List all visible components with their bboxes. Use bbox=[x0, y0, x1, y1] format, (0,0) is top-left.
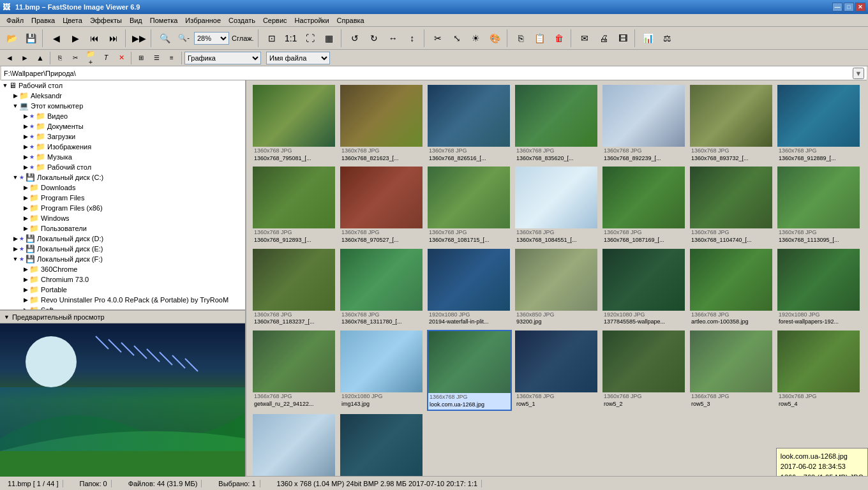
menu-item-правка[interactable]: Правка bbox=[27, 15, 59, 26]
prev-button[interactable]: ◀ bbox=[47, 29, 65, 47]
view-thumbs-button[interactable]: ⊞ bbox=[134, 51, 148, 65]
thumbnail-item[interactable]: 868x490 JPG1360x768_912893_[... bbox=[252, 166, 337, 245]
preview-header[interactable]: ▼ Предварительный просмотр bbox=[0, 311, 245, 323]
tree-item-21[interactable]: ▶📁Revo Uninstaller Pro 4.0.0 RePack (& P… bbox=[0, 295, 245, 305]
view-list-button[interactable]: ☰ bbox=[149, 51, 163, 65]
nav-up-button[interactable]: ▲ bbox=[33, 51, 47, 65]
nav-forward-button[interactable]: ► bbox=[18, 51, 32, 65]
thumbnail-item[interactable]: 868x490 JPG1360x768_892239_[... bbox=[602, 84, 687, 163]
tree-item-13[interactable]: ▶📁Windows bbox=[0, 213, 245, 223]
menu-item-пометка[interactable]: Пометка bbox=[146, 15, 182, 26]
thumbnail-item[interactable]: 868x490 JPG1360x768_1311780_[... bbox=[340, 248, 424, 327]
thumbnail-item[interactable]: 1366x768 JPGrow5_3 bbox=[689, 330, 774, 410]
thumbnail-item[interactable]: 868x490 JPG1360x768_970527_[... bbox=[340, 166, 424, 245]
tree-item-15[interactable]: ▶★💾Локальный диск (D:) bbox=[0, 234, 245, 244]
menu-item-файл[interactable]: Файл bbox=[3, 15, 27, 26]
print-button[interactable]: 🖨 bbox=[595, 29, 613, 47]
tree-item-6[interactable]: ▶★📁Изображения bbox=[0, 142, 245, 152]
resize-button[interactable]: ⤡ bbox=[448, 29, 466, 47]
thumbnail-item[interactable]: 1366x768 JPGgetwall_ru_22_94122... bbox=[252, 330, 337, 410]
tree-item-10[interactable]: ▶📁Downloads bbox=[0, 182, 245, 193]
flip-h-button[interactable]: ↔ bbox=[384, 29, 402, 47]
tree-item-5[interactable]: ▶★📁Загрузки bbox=[0, 131, 245, 142]
view-details-button[interactable]: ≡ bbox=[165, 51, 179, 65]
close-button[interactable]: ✕ bbox=[855, 3, 865, 11]
thumbnail-item[interactable]: 1920x1080 JPGforest-wallpapers-192... bbox=[777, 248, 862, 327]
last-button[interactable]: ⏭ bbox=[105, 29, 123, 47]
right-panel[interactable]: 868x490 JPG1360x768_795081_[...1360x768… bbox=[248, 80, 868, 476]
thumbnail-item[interactable]: 868x490 JPGrow5_4 bbox=[777, 330, 862, 410]
thumbnail-item[interactable]: 868x490 JPG1360x768_1104740_[... bbox=[689, 166, 774, 245]
menu-item-настройки[interactable]: Настройки bbox=[291, 15, 333, 26]
thumbnail-item[interactable]: 868x490 JPG1360x768_912889_[... bbox=[777, 84, 862, 163]
fit-window-button[interactable]: ⊡ bbox=[263, 29, 281, 47]
thumbnail-item[interactable]: 868x490 JPG1360x768_1183237_[... bbox=[252, 248, 337, 327]
tree-item-12[interactable]: ▶📁Program Files (x86) bbox=[0, 203, 245, 213]
thumbnail-item[interactable]: 1366x768 JPGartleo.com-100358.jpg bbox=[689, 248, 774, 327]
thumbnail-item[interactable]: 868x490 JPG1360x768_1081715_[... bbox=[427, 166, 512, 245]
menu-item-вид[interactable]: Вид bbox=[126, 15, 146, 26]
thumbnail-item[interactable]: 868x490 JPG1360x768_1087169_[... bbox=[602, 166, 687, 245]
flip-v-button[interactable]: ↕ bbox=[403, 29, 421, 47]
tree-item-8[interactable]: ▶★📁Рабочий стол bbox=[0, 162, 245, 172]
tree-item-4[interactable]: ▶★📁Документы bbox=[0, 121, 245, 131]
delete-file-button[interactable]: 🗑 bbox=[550, 29, 568, 47]
paste-button[interactable]: 📋 bbox=[531, 29, 549, 47]
first-button[interactable]: ⏮ bbox=[86, 29, 103, 47]
tree-item-14[interactable]: ▶📁Пользователи bbox=[0, 223, 245, 234]
thumbnail-item[interactable]: 868x490 JPG1360x768_795081_[... bbox=[252, 84, 337, 163]
tree-item-19[interactable]: ▶📁Chromium 73.0 bbox=[0, 274, 245, 285]
next-button[interactable]: ▶ bbox=[66, 29, 84, 47]
path-input[interactable] bbox=[4, 70, 853, 77]
tree-item-17[interactable]: ▼★💾Локальный диск (F:) bbox=[0, 254, 245, 264]
tree-item-20[interactable]: ▶📁Portable bbox=[0, 285, 245, 295]
nav-move-button[interactable]: ✂ bbox=[68, 51, 82, 65]
menu-item-сервис[interactable]: Сервис bbox=[259, 15, 291, 26]
compare-button[interactable]: ⚖ bbox=[659, 29, 677, 47]
multipage-button[interactable]: ▦ bbox=[320, 29, 338, 47]
thumbnail-item[interactable]: 868x490 JPG1360x768_826516_[... bbox=[427, 84, 512, 163]
slideshow2-button[interactable]: 🎞 bbox=[614, 29, 632, 47]
menu-item-цвета[interactable]: Цвета bbox=[59, 15, 86, 26]
color-button[interactable]: 🎨 bbox=[486, 29, 504, 47]
thumbnail-item[interactable]: 1366x768 JPGlook.com.ua-1268.jpg bbox=[427, 330, 512, 410]
thumbnail-item[interactable]: 868x490 JPGrow5_2 bbox=[602, 330, 687, 410]
nav-delete-button[interactable]: ✕ bbox=[114, 51, 128, 65]
tree-item-16[interactable]: ▶★💾Локальный диск (E:) bbox=[0, 244, 245, 254]
copy-button[interactable]: ⎘ bbox=[512, 29, 530, 47]
thumbnail-item[interactable]: 868x490 JPG1360x768_1113095_[... bbox=[777, 166, 862, 245]
rotate-left-button[interactable]: ↺ bbox=[346, 29, 364, 47]
menu-item-эффекты[interactable]: Эффекты bbox=[86, 15, 126, 26]
rotate-right-button[interactable]: ↻ bbox=[365, 29, 383, 47]
actual-size-button[interactable]: 1:1 bbox=[282, 29, 300, 47]
thumbnail-item[interactable]: 868x490 JPG1360x768_1084551_[... bbox=[514, 166, 599, 245]
tree-item-11[interactable]: ▶📁Program Files bbox=[0, 193, 245, 203]
menu-item-избранное[interactable]: Избранное bbox=[181, 15, 225, 26]
brightness-button[interactable]: ☀ bbox=[467, 29, 485, 47]
thumbnail-item[interactable]: 1920x1080 JPG1377845585-wallpape... bbox=[602, 248, 687, 327]
filter-select[interactable]: Графика Все файлы bbox=[184, 52, 261, 64]
sort-select[interactable]: Имя файла Дата Размер bbox=[266, 52, 330, 64]
path-clear-button[interactable]: ▼ bbox=[853, 68, 864, 79]
tree-item-0[interactable]: ▼🖥Рабочий стол bbox=[0, 80, 245, 91]
maximize-button[interactable]: □ bbox=[844, 3, 854, 11]
save-button[interactable]: 💾 bbox=[22, 29, 40, 47]
file-tree[interactable]: ▼🖥Рабочий стол▶📁Aleksandr▼💻Этот компьюте… bbox=[0, 80, 245, 310]
tree-item-9[interactable]: ▼★💾Локальный диск (C:) bbox=[0, 172, 245, 182]
thumbnail-item[interactable]: 868x490 JPG1360x768_893732_[... bbox=[689, 84, 774, 163]
open-button[interactable]: 📂 bbox=[3, 29, 20, 47]
email-button[interactable]: ✉ bbox=[576, 29, 594, 47]
minimize-button[interactable]: — bbox=[832, 3, 842, 11]
slideshow-button[interactable]: ▶▶ bbox=[130, 29, 148, 47]
tree-item-2[interactable]: ▼💻Этот компьютер bbox=[0, 101, 245, 111]
zoom-out-button[interactable]: 🔍- bbox=[175, 29, 193, 47]
thumbnail-item[interactable]: 1360x850 JPG93200.jpg bbox=[514, 248, 599, 327]
tree-item-7[interactable]: ▶★📁Музыка bbox=[0, 152, 245, 162]
nav-back-button[interactable]: ◄ bbox=[3, 51, 17, 65]
tree-item-18[interactable]: ▶📁360Chrome bbox=[0, 264, 245, 274]
thumbnail-item[interactable]: 1920x1080 JPG20194-waterfall-in-plit... bbox=[427, 248, 512, 327]
menu-item-создать[interactable]: Создать bbox=[225, 15, 259, 26]
tree-item-3[interactable]: ▶★📁Видео bbox=[0, 111, 245, 121]
thumbnail-item[interactable]: 868x490 JPGrow5_1 bbox=[514, 330, 599, 410]
thumbnail-item[interactable]: 868x490 JPGrow5_6 bbox=[340, 413, 424, 477]
